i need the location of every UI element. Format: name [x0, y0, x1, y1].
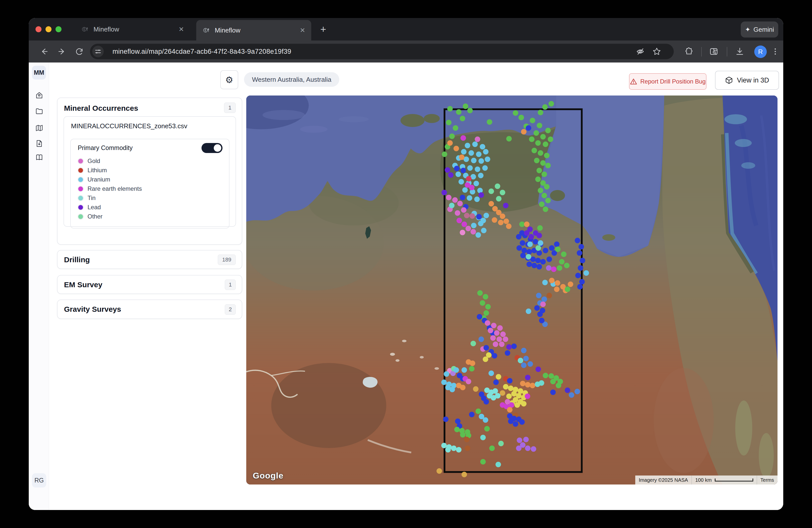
occurrence-dot[interactable] [493, 388, 498, 394]
occurrence-dot[interactable] [496, 374, 501, 380]
browser-profile-avatar[interactable]: R [754, 45, 767, 58]
occurrence-dot[interactable] [521, 129, 526, 134]
new-tab-button[interactable]: + [318, 24, 329, 35]
home-icon[interactable] [35, 91, 43, 99]
occurrence-dot[interactable] [483, 149, 489, 155]
occurrence-dot[interactable] [483, 213, 489, 218]
occurrence-dot[interactable] [466, 176, 472, 181]
occurrence-dot[interactable] [513, 110, 518, 116]
occurrence-dot[interactable] [538, 188, 543, 193]
occurrence-dot[interactable] [470, 229, 476, 235]
occurrence-dot[interactable] [462, 367, 467, 373]
occurrence-dot[interactable] [547, 293, 552, 298]
dataset-card[interactable]: MINERALOCCURRENCES_zone53.csv Primary Co… [63, 116, 236, 227]
occurrence-dot[interactable] [469, 412, 475, 417]
occurrence-dot[interactable] [454, 427, 460, 432]
occurrence-dot[interactable] [551, 266, 556, 272]
occurrence-dot[interactable] [544, 153, 550, 158]
occurrence-dot[interactable] [474, 196, 480, 202]
occurrence-dot[interactable] [505, 399, 510, 405]
occurrence-dot[interactable] [467, 108, 473, 113]
occurrence-dot[interactable] [526, 308, 531, 314]
occurrence-dot[interactable] [481, 228, 487, 233]
occurrence-dot[interactable] [450, 387, 455, 392]
occurrence-dot[interactable] [565, 387, 570, 393]
occurrence-dot[interactable] [575, 273, 581, 278]
occurrence-dot[interactable] [548, 136, 553, 142]
occurrence-dot[interactable] [456, 109, 462, 115]
occurrence-dot[interactable] [524, 221, 530, 227]
report-drill-position-bug-button[interactable]: Report Drill Position Bug [629, 73, 707, 90]
occurrence-dot[interactable] [525, 445, 531, 451]
occurrence-dot[interactable] [441, 190, 447, 195]
occurrence-dot[interactable] [475, 136, 480, 142]
occurrence-dot[interactable] [460, 385, 465, 390]
occurrence-dot[interactable] [506, 344, 512, 350]
occurrence-dot[interactable] [476, 232, 481, 238]
occurrence-dot[interactable] [577, 284, 583, 290]
occurrence-dot[interactable] [496, 337, 502, 342]
occurrence-dot[interactable] [534, 305, 540, 311]
occurrence-dot[interactable] [436, 468, 442, 474]
occurrence-dot[interactable] [478, 221, 483, 226]
occurrence-dot[interactable] [459, 155, 464, 160]
occurrence-dot[interactable] [506, 394, 512, 399]
occurrence-dot[interactable] [538, 110, 543, 115]
occurrence-dot[interactable] [521, 363, 526, 368]
occurrence-dot[interactable] [543, 142, 548, 147]
occurrence-dot[interactable] [522, 248, 527, 253]
occurrence-dot[interactable] [529, 136, 535, 142]
occurrence-dot[interactable] [460, 230, 465, 235]
occurrence-dot[interactable] [449, 203, 454, 208]
tab-close-icon[interactable]: ✕ [300, 27, 305, 34]
occurrence-dot[interactable] [535, 258, 541, 263]
occurrence-dot[interactable] [492, 353, 497, 358]
occurrence-dot[interactable] [545, 163, 551, 168]
occurrence-dot[interactable] [526, 254, 531, 260]
occurrence-dot[interactable] [520, 381, 525, 386]
occurrence-dot[interactable] [575, 389, 580, 394]
forward-button[interactable] [56, 46, 67, 57]
occurrence-dot[interactable] [451, 445, 456, 451]
occurrence-dot[interactable] [507, 407, 512, 412]
occurrence-dot[interactable] [540, 259, 546, 264]
occurrence-dot[interactable] [480, 459, 486, 465]
occurrence-dot[interactable] [478, 337, 484, 342]
app-logo[interactable]: MM [32, 66, 46, 79]
extensions-icon[interactable] [683, 46, 694, 57]
occurrence-dot[interactable] [523, 356, 529, 361]
occurrence-dot[interactable] [520, 253, 526, 258]
occurrence-dot[interactable] [475, 166, 480, 172]
occurrence-dot[interactable] [456, 447, 462, 453]
occurrence-dot[interactable] [525, 375, 531, 380]
occurrence-dot[interactable] [545, 128, 551, 133]
view-in-3d-button[interactable]: View in 3D [715, 71, 779, 90]
occurrence-dot[interactable] [543, 206, 548, 212]
occurrence-dot[interactable] [469, 185, 475, 190]
occurrence-dot[interactable] [547, 256, 552, 262]
occurrence-dot[interactable] [460, 195, 465, 200]
kebab-menu-icon[interactable] [770, 46, 781, 57]
occurrence-dot[interactable] [549, 278, 554, 283]
occurrence-dot[interactable] [514, 402, 520, 408]
occurrence-dot[interactable] [534, 130, 539, 136]
occurrence-dot[interactable] [539, 380, 544, 386]
tab-search-icon[interactable] [708, 46, 719, 57]
occurrence-dot[interactable] [528, 234, 534, 239]
occurrence-dot[interactable] [519, 115, 524, 120]
book-icon[interactable] [35, 153, 43, 161]
tab-mineflow-1[interactable]: Mineflow ✕ [75, 18, 190, 41]
occurrence-dot[interactable] [541, 193, 547, 198]
zoom-window-button[interactable] [56, 26, 61, 32]
occurrence-dot[interactable] [490, 335, 496, 341]
occurrence-dot[interactable] [540, 160, 546, 166]
occurrence-dot[interactable] [500, 214, 505, 219]
occurrence-dot[interactable] [462, 472, 467, 477]
occurrence-dot[interactable] [541, 296, 547, 302]
occurrence-dot[interactable] [464, 213, 469, 218]
folder-icon[interactable] [35, 107, 43, 115]
occurrence-dot[interactable] [495, 393, 501, 398]
occurrence-dot[interactable] [540, 134, 546, 140]
occurrence-dot[interactable] [537, 225, 543, 231]
occurrence-dot[interactable] [477, 314, 482, 320]
